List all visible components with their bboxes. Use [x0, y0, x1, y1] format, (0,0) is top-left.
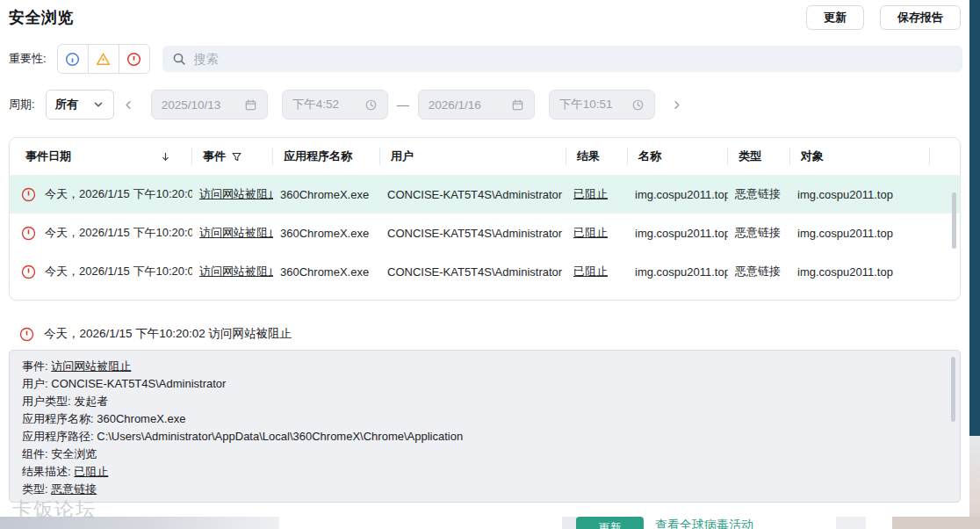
table-row[interactable]: 今天，2026/1/15 下午10:20:00 访问网站被阻止 360Chrom…	[10, 214, 960, 252]
importance-info-button[interactable]	[57, 44, 89, 74]
update-button[interactable]: 更新	[806, 5, 864, 30]
detail-line: 事件: 访问网站被阻止	[22, 358, 948, 375]
screen: 安全浏览 更新 保存报告 重要性:	[0, 0, 980, 529]
column-header-app-name[interactable]: 应用程序名称	[273, 138, 380, 175]
period-dropdown-value: 所有	[55, 97, 78, 112]
end-date-value: 2026/1/16	[429, 98, 481, 112]
alert-icon	[19, 327, 34, 342]
start-time-value: 下午4:52	[292, 97, 339, 112]
alert-icon	[21, 187, 36, 202]
column-header-event[interactable]: 事件	[192, 138, 273, 175]
column-header-event-date[interactable]: 事件日期	[10, 138, 192, 175]
importance-filter-group	[57, 44, 150, 74]
importance-warning-button[interactable]	[88, 44, 119, 74]
detail-scrollbar-thumb[interactable]	[951, 357, 955, 422]
period-row: 周期: 所有 2025/10/13	[9, 90, 962, 120]
error-icon	[126, 52, 141, 67]
detail-line: 结果描述: 已阻止	[22, 463, 948, 481]
end-time-field[interactable]: 下午10:51	[549, 90, 655, 120]
right-edge-strip-bottom	[969, 436, 980, 529]
detail-line: 应用程序名称: 360ChromeX.exe	[22, 410, 948, 428]
date-range-separator: —	[397, 98, 409, 112]
detail-line: 用户: CONCISE-KAT5T4S\Administrator	[22, 375, 948, 393]
chevron-down-icon	[92, 98, 104, 111]
background-update-button[interactable]: 更新	[576, 517, 644, 529]
search-icon	[172, 52, 186, 66]
end-time-value: 下午10:51	[559, 97, 613, 112]
info-icon	[65, 52, 80, 67]
start-date-field[interactable]: 2025/10/13	[151, 90, 268, 120]
warning-icon	[96, 52, 111, 67]
detail-line: 用户类型: 发起者	[22, 393, 948, 410]
calendar-icon	[244, 98, 257, 112]
clock-icon	[364, 98, 378, 112]
table-row-partial[interactable]	[10, 291, 960, 301]
bottom-background-segment	[562, 517, 577, 529]
detail-header: 今天，2026/1/15 下午10:20:02 访问网站被阻止	[9, 326, 292, 342]
alert-icon	[21, 264, 36, 279]
top-bar: 安全浏览 更新 保存报告	[9, 4, 961, 31]
sort-desc-icon[interactable]	[160, 151, 171, 163]
watermark: 卡饭论坛	[12, 496, 97, 523]
alert-icon	[21, 226, 36, 241]
right-edge-strip	[969, 0, 980, 436]
bottom-background-segment	[836, 517, 866, 529]
end-date-field[interactable]: 2026/1/16	[418, 90, 535, 120]
detail-line: 应用程序路径: C:\Users\Administrator\AppData\L…	[22, 428, 948, 446]
importance-label: 重要性:	[9, 51, 47, 67]
search-box[interactable]	[162, 46, 962, 72]
start-time-field[interactable]: 下午4:52	[282, 90, 388, 120]
column-header-name[interactable]: 名称	[628, 138, 728, 175]
column-header-object[interactable]: 对象	[790, 138, 930, 175]
filter-icon[interactable]	[231, 151, 242, 163]
table-header: 事件日期 事件 应用程序名称 用户 结果 名称 类型 对象	[10, 138, 960, 175]
detail-line: 类型: 恶意链接	[22, 481, 948, 498]
chevron-left-icon	[122, 98, 135, 112]
table-scrollbar-thumb[interactable]	[952, 192, 956, 249]
save-report-button[interactable]: 保存报告	[880, 5, 961, 30]
detail-header-text: 今天，2026/1/15 下午10:20:02 访问网站被阻止	[44, 326, 292, 342]
start-date-value: 2025/10/13	[162, 98, 221, 112]
page-title: 安全浏览	[9, 7, 74, 28]
detail-line: 组件: 安全浏览	[22, 446, 948, 463]
bottom-right-background	[892, 517, 980, 529]
importance-row: 重要性:	[9, 44, 962, 74]
period-dropdown[interactable]: 所有	[46, 90, 114, 120]
next-period-button[interactable]	[670, 98, 683, 112]
calendar-icon	[511, 98, 524, 112]
column-header-result[interactable]: 结果	[566, 138, 628, 175]
search-input[interactable]	[194, 52, 953, 66]
detail-box[interactable]: 事件: 访问网站被阻止 用户: CONCISE-KAT5T4S\Administ…	[9, 350, 961, 503]
period-label: 周期:	[9, 97, 35, 112]
table-row[interactable]: 今天，2026/1/15 下午10:20:02 访问网站被阻止 360Chrom…	[10, 175, 960, 214]
clock-icon	[631, 98, 645, 112]
column-header-type[interactable]: 类型	[728, 138, 790, 175]
column-header-user[interactable]: 用户	[380, 138, 566, 175]
prev-period-button[interactable]	[122, 98, 135, 112]
importance-error-button[interactable]	[119, 44, 150, 74]
column-header-extra	[930, 138, 960, 175]
global-virus-activity-link[interactable]: 查看全球病毒活动	[655, 518, 753, 529]
chevron-right-icon	[670, 98, 683, 112]
events-table: 事件日期 事件 应用程序名称 用户 结果 名称 类型 对象	[9, 137, 961, 301]
table-row[interactable]: 今天，2026/1/15 下午10:20:00 访问网站被阻止 360Chrom…	[10, 252, 960, 291]
